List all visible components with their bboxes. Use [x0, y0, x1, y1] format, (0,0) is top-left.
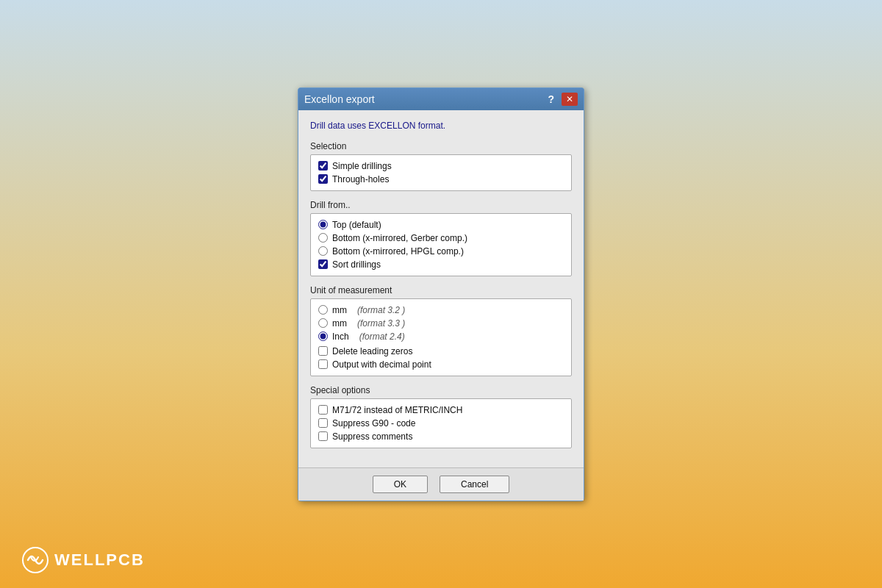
- brand-logo-icon: [22, 547, 49, 573]
- dialog-titlebar: Excellon export ? ✕: [298, 88, 584, 110]
- radio-mm-33-format: (format 3.3 ): [357, 318, 405, 329]
- checkbox-through-holes-label: Through-holes: [332, 174, 389, 184]
- section-special-options: Special options M71/72 instead of METRIC…: [310, 385, 572, 448]
- checkbox-suppress-comments-label: Suppress comments: [332, 431, 412, 442]
- section-unit-label: Unit of measurement: [310, 285, 572, 295]
- checkbox-sort-drillings-input[interactable]: [318, 259, 328, 269]
- section-selection-label: Selection: [310, 141, 572, 151]
- radio-mm-32-input[interactable]: [318, 305, 328, 315]
- checkbox-delete-leading-zeros-input[interactable]: [318, 346, 328, 356]
- section-special-options-box: M71/72 instead of METRIC/INCH Suppress G…: [310, 398, 572, 448]
- checkbox-m71-72-label: M71/72 instead of METRIC/INCH: [332, 405, 462, 415]
- dialog-description: Drill data uses EXCELLON format.: [310, 121, 572, 131]
- ok-button[interactable]: OK: [373, 476, 428, 493]
- radio-mm-33: mm (format 3.3 ): [318, 318, 564, 329]
- checkbox-output-decimal-point: Output with decimal point: [318, 359, 564, 370]
- dialog-body: Drill data uses EXCELLON format. Selecti…: [298, 110, 584, 467]
- radio-mm-32-format: (format 3.2 ): [357, 305, 405, 315]
- checkbox-m71-72-input[interactable]: [318, 405, 328, 415]
- radio-bottom-hpgl: Bottom (x-mirrored, HPGL comp.): [318, 246, 564, 257]
- checkbox-delete-leading-zeros: Delete leading zeros: [318, 346, 564, 356]
- section-unit: Unit of measurement mm (format 3.2 ) mm …: [310, 285, 572, 376]
- section-selection: Selection Simple drillings Through-holes: [310, 141, 572, 191]
- checkbox-suppress-g90-input[interactable]: [318, 418, 328, 428]
- titlebar-buttons: ? ✕: [545, 93, 578, 106]
- radio-inch-24-format: (format 2.4): [359, 331, 405, 342]
- close-button[interactable]: ✕: [562, 93, 578, 106]
- brand-name: WELLPCB: [54, 551, 145, 570]
- section-unit-box: mm (format 3.2 ) mm (format 3.3 ) Inch (…: [310, 298, 572, 376]
- checkbox-suppress-g90: Suppress G90 - code: [318, 418, 564, 429]
- radio-mm-33-label: mm: [332, 318, 347, 329]
- section-special-options-label: Special options: [310, 385, 572, 395]
- checkbox-suppress-comments-input[interactable]: [318, 431, 328, 441]
- checkbox-suppress-g90-label: Suppress G90 - code: [332, 418, 415, 429]
- radio-bottom-hpgl-label: Bottom (x-mirrored, HPGL comp.): [332, 246, 464, 257]
- checkbox-output-decimal-point-input[interactable]: [318, 359, 328, 369]
- help-button[interactable]: ?: [545, 93, 557, 105]
- radio-bottom-gerber-label: Bottom (x-mirrored, Gerber comp.): [332, 233, 467, 243]
- section-drill-from-label: Drill from..: [310, 200, 572, 210]
- dialog-title: Excellon export: [304, 93, 375, 105]
- radio-top-default: Top (default): [318, 220, 564, 230]
- section-drill-from-box: Top (default) Bottom (x-mirrored, Gerber…: [310, 213, 572, 276]
- checkbox-m71-72: M71/72 instead of METRIC/INCH: [318, 405, 564, 415]
- radio-mm-32-label: mm: [332, 305, 347, 315]
- section-selection-box: Simple drillings Through-holes: [310, 154, 572, 191]
- checkbox-output-decimal-point-label: Output with decimal point: [332, 359, 431, 370]
- section-drill-from: Drill from.. Top (default) Bottom (x-mir…: [310, 200, 572, 276]
- cancel-button[interactable]: Cancel: [440, 476, 509, 493]
- radio-bottom-gerber-input[interactable]: [318, 233, 328, 243]
- checkbox-suppress-comments: Suppress comments: [318, 431, 564, 442]
- checkbox-simple-drillings-label: Simple drillings: [332, 161, 392, 171]
- checkbox-sort-drillings-label: Sort drillings: [332, 259, 381, 270]
- checkbox-delete-leading-zeros-label: Delete leading zeros: [332, 346, 412, 356]
- radio-inch-24: Inch (format 2.4): [318, 331, 564, 342]
- radio-top-default-input[interactable]: [318, 220, 328, 229]
- radio-mm-33-input[interactable]: [318, 318, 328, 328]
- checkbox-simple-drillings: Simple drillings: [318, 161, 564, 171]
- radio-top-default-label: Top (default): [332, 220, 381, 230]
- radio-inch-24-label: Inch: [332, 331, 349, 342]
- checkbox-through-holes: Through-holes: [318, 174, 564, 184]
- brand: WELLPCB: [22, 547, 145, 573]
- radio-bottom-gerber: Bottom (x-mirrored, Gerber comp.): [318, 233, 564, 243]
- checkbox-sort-drillings: Sort drillings: [318, 259, 564, 270]
- checkbox-simple-drillings-input[interactable]: [318, 161, 328, 171]
- excellon-export-dialog: Excellon export ? ✕ Drill data uses EXCE…: [298, 87, 584, 501]
- checkbox-through-holes-input[interactable]: [318, 174, 328, 184]
- dialog-footer: OK Cancel: [298, 467, 584, 501]
- radio-bottom-hpgl-input[interactable]: [318, 246, 328, 256]
- radio-mm-32: mm (format 3.2 ): [318, 305, 564, 315]
- radio-inch-24-input[interactable]: [318, 331, 328, 341]
